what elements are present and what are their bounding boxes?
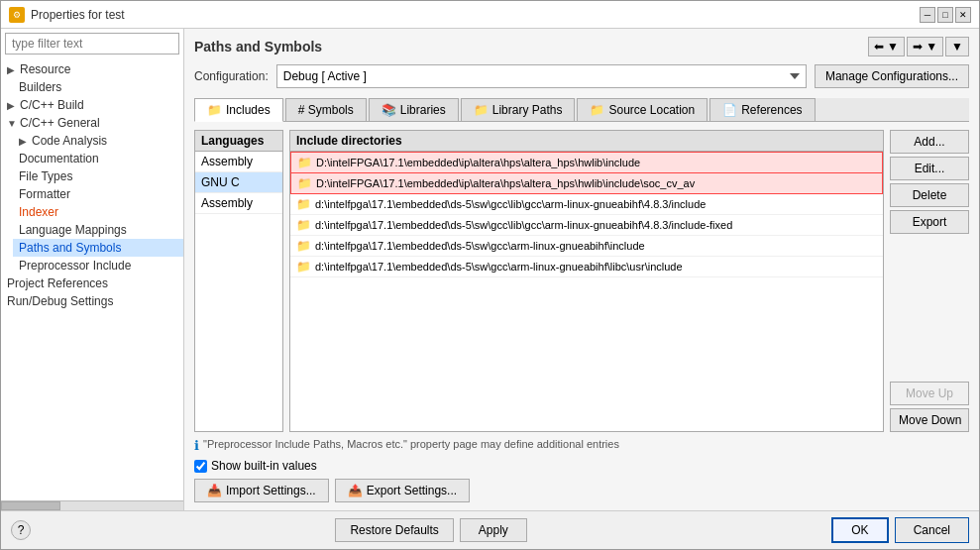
lang-item-assembly2[interactable]: Assembly (195, 193, 282, 214)
close-button[interactable]: ✕ (955, 7, 971, 23)
sidebar-item-run-debug[interactable]: Run/Debug Settings (1, 292, 183, 310)
forward-button[interactable]: ➡ ▼ (907, 37, 943, 56)
path-text: d:\intelfpga\17.1\embedded\ds-5\sw\gcc\l… (315, 198, 706, 210)
folder-icon: 📁 (297, 156, 312, 169)
export-settings-button[interactable]: 📤 Export Settings... (335, 479, 470, 502)
folder-icon: 📁 (296, 260, 311, 274)
path-text: D:\intelFPGA\17.1\embedded\ip\altera\hps… (316, 177, 695, 189)
sidebar-item-label: C/C++ General (20, 116, 100, 130)
tabs-bar: 📁 Includes # Symbols 📚 Libraries 📁 Libra… (194, 98, 969, 122)
tab-references[interactable]: 📄 References (709, 98, 815, 121)
window-title: Properties for test (31, 8, 125, 22)
sidebar-item-resource[interactable]: ▶ Resource (1, 60, 183, 78)
sidebar-item-label: Documentation (19, 152, 99, 165)
search-input[interactable] (5, 33, 179, 55)
lang-item-assembly1[interactable]: Assembly (195, 152, 282, 172)
edit-button[interactable]: Edit... (890, 157, 969, 180)
move-down-button[interactable]: Move Down (890, 408, 969, 432)
ok-button[interactable]: OK (831, 517, 888, 543)
sidebar-item-label: Formatter (19, 187, 70, 201)
info-row: ℹ "Preprocessor Include Paths, Macros et… (194, 438, 969, 453)
help-button[interactable]: ? (11, 520, 31, 540)
config-row: Configuration: Debug [ Active ] Manage C… (194, 64, 969, 88)
sidebar-item-formatter[interactable]: Formatter (13, 185, 183, 203)
sidebar-item-cpp-general[interactable]: ▼ C/C++ General (1, 114, 183, 132)
apply-button[interactable]: Apply (460, 518, 527, 542)
tab-symbols[interactable]: # Symbols (285, 98, 367, 121)
tree-arrow-resource: ▶ (7, 64, 17, 75)
show-builtin-checkbox[interactable] (194, 460, 207, 473)
back-button[interactable]: ⬅ ▼ (868, 37, 905, 56)
panel-title: Paths and Symbols (194, 39, 322, 55)
footer-left: ? (11, 520, 31, 540)
menu-button[interactable]: ▼ (945, 37, 969, 56)
path-item-4[interactable]: 📁 d:\intelfpga\17.1\embedded\ds-5\sw\gcc… (290, 215, 883, 236)
tab-includes-label: Includes (226, 103, 271, 117)
path-item-3[interactable]: 📁 d:\intelfpga\17.1\embedded\ds-5\sw\gcc… (290, 194, 883, 215)
sidebar-item-language-mappings[interactable]: Language Mappings (13, 221, 183, 239)
cancel-button[interactable]: Cancel (895, 517, 969, 543)
lang-item-gnu-c[interactable]: GNU C (195, 172, 282, 193)
export-label: Export Settings... (367, 484, 457, 497)
sidebar-scrollbar[interactable] (1, 500, 183, 510)
tab-library-paths-label: Library Paths (492, 103, 563, 117)
path-item-1[interactable]: 📁 D:\intelFPGA\17.1\embedded\ip\altera\h… (290, 152, 883, 173)
sidebar-item-builders[interactable]: Builders (13, 78, 183, 96)
footer-right: OK Cancel (831, 517, 969, 543)
sidebar-item-code-analysis[interactable]: ▶ Code Analysis (13, 132, 183, 150)
sidebar-item-label: Paths and Symbols (19, 241, 121, 255)
tab-includes[interactable]: 📁 Includes (194, 98, 283, 122)
import-settings-button[interactable]: 📥 Import Settings... (194, 479, 329, 502)
export-icon: 📤 (348, 484, 363, 497)
tab-source-location[interactable]: 📁 Source Location (577, 98, 708, 121)
add-button[interactable]: Add... (890, 130, 969, 154)
window-icon: ⚙ (9, 7, 25, 23)
languages-header: Languages (195, 131, 282, 152)
restore-defaults-button[interactable]: Restore Defaults (335, 518, 453, 542)
tab-references-label: References (741, 103, 802, 117)
sidebar-item-file-types[interactable]: File Types (13, 167, 183, 185)
maximize-button[interactable]: □ (937, 7, 953, 23)
config-select[interactable]: Debug [ Active ] (276, 64, 807, 88)
config-label: Configuration: (194, 69, 269, 83)
panel-header: Paths and Symbols ⬅ ▼ ➡ ▼ ▼ (194, 37, 969, 56)
path-item-2[interactable]: 📁 D:\intelFPGA\17.1\embedded\ip\altera\h… (290, 173, 883, 194)
path-item-6[interactable]: 📁 d:\intelfpga\17.1\embedded\ds-5\sw\gcc… (290, 257, 883, 277)
folder-icon: 📁 (297, 176, 312, 190)
tab-source-location-icon: 📁 (590, 103, 604, 117)
move-up-button[interactable]: Move Up (890, 382, 969, 405)
folder-icon: 📁 (296, 197, 311, 211)
path-text: d:\intelfpga\17.1\embedded\ds-5\sw\gcc\a… (315, 240, 645, 252)
sidebar-item-label: Code Analysis (32, 134, 107, 148)
tab-libraries[interactable]: 📚 Libraries (369, 98, 459, 121)
tree-arrow-cpp-build: ▶ (7, 100, 17, 111)
sidebar-item-preprocessor[interactable]: Preprocessor Include (13, 257, 183, 275)
import-export-row: 📥 Import Settings... 📤 Export Settings..… (194, 479, 969, 502)
tab-includes-icon: 📁 (207, 103, 222, 117)
tab-symbols-label: # Symbols (298, 103, 354, 117)
sidebar-item-cpp-build[interactable]: ▶ C/C++ Build (1, 96, 183, 114)
path-item-5[interactable]: 📁 d:\intelfpga\17.1\embedded\ds-5\sw\gcc… (290, 236, 883, 257)
sidebar-item-documentation[interactable]: Documentation (13, 150, 183, 167)
sidebar-item-label: File Types (19, 169, 72, 183)
titlebar: ⚙ Properties for test ─ □ ✕ (1, 1, 979, 29)
tab-source-location-label: Source Location (608, 103, 695, 117)
tab-library-paths[interactable]: 📁 Library Paths (461, 98, 576, 121)
sidebar-item-label: Run/Debug Settings (7, 294, 113, 308)
languages-panel: Languages Assembly GNU C Assembly (194, 130, 283, 432)
delete-button[interactable]: Delete (890, 183, 969, 207)
sidebar-item-indexer[interactable]: Indexer (13, 203, 183, 221)
info-text: "Preprocessor Include Paths, Macros etc.… (203, 438, 619, 450)
export-button[interactable]: Export (890, 210, 969, 234)
sidebar-item-label: Project References (7, 276, 108, 290)
info-icon: ℹ (194, 438, 199, 453)
manage-configurations-button[interactable]: Manage Configurations... (815, 64, 969, 88)
paths-panel: Include directories 📁 D:\intelFPGA\17.1\… (289, 130, 884, 432)
sidebar-item-label: C/C++ Build (20, 98, 84, 112)
sidebar-item-paths-symbols[interactable]: Paths and Symbols (13, 239, 183, 257)
content-panel: Paths and Symbols ⬅ ▼ ➡ ▼ ▼ Configuratio… (184, 29, 979, 510)
import-icon: 📥 (207, 484, 222, 497)
tree-area: ▶ Resource Builders ▶ C/C++ Build ▼ C/C+… (1, 58, 183, 500)
minimize-button[interactable]: ─ (920, 7, 935, 23)
sidebar-item-project-references[interactable]: Project References (1, 275, 183, 292)
